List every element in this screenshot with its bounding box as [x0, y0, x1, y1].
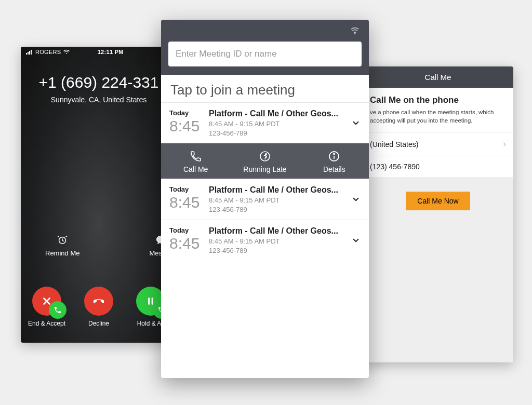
- svg-point-8: [260, 152, 270, 161]
- chevron-right-icon: ›: [503, 139, 506, 150]
- phone-outline-icon: [161, 150, 230, 163]
- svg-rect-0: [26, 53, 27, 55]
- call-me-header: Call Me: [363, 66, 513, 88]
- chevron-down-icon[interactable]: [351, 195, 361, 204]
- signal-icon: [26, 49, 33, 55]
- call-me-now-button[interactable]: Call Me Now: [406, 192, 470, 210]
- end-accept-label: End & Accept: [23, 320, 70, 327]
- meeting-id: 123-456-789: [209, 247, 361, 254]
- phone-number-value: (123) 456-7890: [370, 163, 420, 171]
- end-and-accept-button[interactable]: End & Accept: [23, 287, 70, 327]
- alarm-icon: [56, 234, 69, 246]
- svg-rect-5: [148, 298, 150, 304]
- clock-label: 12:11 PM: [98, 49, 124, 55]
- meeting-time-range: 8:45 AM - 9:15 AM PDT: [209, 237, 361, 245]
- meeting-day: Today: [169, 185, 209, 193]
- meeting-day: Today: [169, 226, 209, 234]
- running-icon: [230, 150, 299, 163]
- meeting-search-input[interactable]: Enter Meeting ID or name: [168, 42, 362, 66]
- country-value: (United States): [370, 140, 418, 148]
- svg-point-7: [354, 32, 355, 33]
- decline-button[interactable]: Decline: [75, 287, 122, 327]
- meeting-row[interactable]: Today 8:45 Platform - Call Me / Other Ge…: [161, 102, 369, 143]
- action-call-me[interactable]: Call Me: [161, 143, 230, 179]
- meeting-row[interactable]: Today 8:45 Platform - Call Me / Other Ge…: [161, 220, 369, 261]
- meeting-time-range: 8:45 AM - 9:15 AM PDT: [209, 196, 361, 204]
- meeting-time: 8:45: [169, 118, 209, 134]
- caller-location: Sunnyvale, CA, United States: [21, 96, 177, 104]
- meeting-id: 123-456-789: [209, 129, 361, 137]
- meeting-day: Today: [169, 109, 209, 117]
- status-bar: ROGERS 12:11 PM: [21, 47, 177, 57]
- info-icon: [300, 150, 369, 163]
- svg-point-12: [334, 154, 335, 155]
- meeting-time: 8:45: [169, 194, 209, 211]
- wifi-icon: [63, 49, 70, 55]
- action-running-late[interactable]: Running Late: [230, 143, 299, 179]
- call-me-title: Call Me on the phone: [363, 88, 513, 109]
- meeting-id: 123-456-789: [209, 206, 361, 213]
- call-me-description: ve a phone call when the meeting starts,…: [363, 109, 513, 132]
- carrier-label: ROGERS: [35, 49, 61, 55]
- country-row[interactable]: (United States) ›: [363, 132, 513, 156]
- phone-icon: [54, 306, 62, 314]
- meeting-time-range: 8:45 AM - 9:15 AM PDT: [209, 120, 361, 128]
- svg-rect-1: [28, 52, 29, 55]
- meeting-row[interactable]: Today 8:45 Platform - Call Me / Other Ge…: [161, 179, 369, 220]
- chevron-down-icon[interactable]: [351, 118, 361, 128]
- meeting-title: Platform - Call Me / Other Geos...: [209, 109, 361, 118]
- broadcast-icon: [349, 25, 361, 36]
- caller-number: +1 (669) 224-331: [21, 74, 177, 91]
- call-me-screen: Call Me Call Me on the phone ve a phone …: [363, 66, 513, 362]
- meeting-actions-bar: Call Me Running Late Details: [161, 143, 369, 179]
- search-placeholder: Enter Meeting ID or name: [176, 49, 277, 59]
- action-running-late-label: Running Late: [230, 165, 299, 173]
- action-details-label: Details: [300, 165, 369, 173]
- svg-rect-2: [29, 51, 30, 55]
- action-details[interactable]: Details: [300, 143, 369, 179]
- meeting-list-heading: Tap to join a meeting: [161, 75, 369, 102]
- phone-down-icon: [91, 293, 107, 309]
- decline-label: Decline: [75, 320, 122, 327]
- remind-me-button[interactable]: Remind Me: [45, 234, 79, 257]
- svg-point-9: [265, 154, 267, 155]
- phone-number-row[interactable]: (123) 456-7890: [363, 156, 513, 177]
- action-call-me-label: Call Me: [161, 165, 230, 173]
- meeting-list-screen: Enter Meeting ID or name Tap to join a m…: [161, 20, 369, 378]
- meeting-title: Platform - Call Me / Other Geos...: [209, 185, 361, 195]
- remind-me-label: Remind Me: [45, 249, 79, 257]
- svg-rect-3: [31, 50, 32, 55]
- meeting-time: 8:45: [169, 235, 209, 252]
- svg-rect-6: [152, 298, 153, 304]
- meeting-title: Platform - Call Me / Other Geos...: [209, 226, 361, 236]
- chevron-down-icon[interactable]: [351, 236, 361, 245]
- incoming-call-screen: ROGERS 12:11 PM +1 (669) 224-331 Sunnyva…: [21, 47, 177, 343]
